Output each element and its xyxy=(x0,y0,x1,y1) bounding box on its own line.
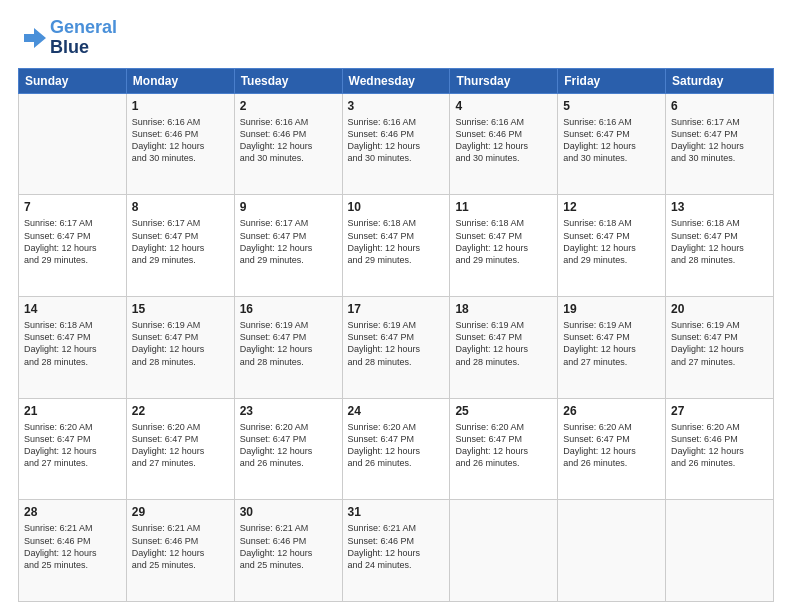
cell-info-line: and 26 minutes. xyxy=(455,457,552,469)
cell-info-line: Sunrise: 6:18 AM xyxy=(563,217,660,229)
weekday-header: Tuesday xyxy=(234,68,342,93)
cell-info-line: Daylight: 12 hours xyxy=(132,445,229,457)
calendar-cell: 27Sunrise: 6:20 AMSunset: 6:46 PMDayligh… xyxy=(666,398,774,500)
cell-info-line: Daylight: 12 hours xyxy=(240,343,337,355)
weekday-header: Monday xyxy=(126,68,234,93)
cell-info-line: Sunrise: 6:16 AM xyxy=(348,116,445,128)
cell-info-line: Sunrise: 6:20 AM xyxy=(132,421,229,433)
cell-info-line: Sunset: 6:47 PM xyxy=(24,331,121,343)
logo-icon xyxy=(18,24,46,52)
calendar-cell: 20Sunrise: 6:19 AMSunset: 6:47 PMDayligh… xyxy=(666,296,774,398)
cell-info-line: Sunrise: 6:21 AM xyxy=(240,522,337,534)
calendar-cell: 12Sunrise: 6:18 AMSunset: 6:47 PMDayligh… xyxy=(558,195,666,297)
cell-info-line: Sunset: 6:47 PM xyxy=(132,230,229,242)
day-number: 17 xyxy=(348,301,445,317)
cell-info-line: Sunset: 6:47 PM xyxy=(671,128,768,140)
cell-info-line: and 30 minutes. xyxy=(240,152,337,164)
calendar-cell: 16Sunrise: 6:19 AMSunset: 6:47 PMDayligh… xyxy=(234,296,342,398)
cell-info-line: Sunrise: 6:19 AM xyxy=(132,319,229,331)
calendar-cell: 24Sunrise: 6:20 AMSunset: 6:47 PMDayligh… xyxy=(342,398,450,500)
calendar-cell: 21Sunrise: 6:20 AMSunset: 6:47 PMDayligh… xyxy=(19,398,127,500)
day-number: 1 xyxy=(132,98,229,114)
cell-info-line: Sunrise: 6:21 AM xyxy=(348,522,445,534)
calendar-cell xyxy=(666,500,774,602)
cell-info-line: Sunset: 6:47 PM xyxy=(348,230,445,242)
calendar-cell: 11Sunrise: 6:18 AMSunset: 6:47 PMDayligh… xyxy=(450,195,558,297)
day-number: 29 xyxy=(132,504,229,520)
logo: General Blue xyxy=(18,18,117,58)
calendar-table: SundayMondayTuesdayWednesdayThursdayFrid… xyxy=(18,68,774,602)
calendar-cell: 26Sunrise: 6:20 AMSunset: 6:47 PMDayligh… xyxy=(558,398,666,500)
calendar-cell: 2Sunrise: 6:16 AMSunset: 6:46 PMDaylight… xyxy=(234,93,342,195)
cell-info-line: Sunrise: 6:20 AM xyxy=(240,421,337,433)
cell-info-line: Sunrise: 6:20 AM xyxy=(348,421,445,433)
day-number: 18 xyxy=(455,301,552,317)
cell-info-line: Sunrise: 6:17 AM xyxy=(240,217,337,229)
cell-info-line: Sunset: 6:47 PM xyxy=(24,433,121,445)
cell-info-line: Sunrise: 6:19 AM xyxy=(671,319,768,331)
cell-info-line: Daylight: 12 hours xyxy=(563,242,660,254)
header: General Blue xyxy=(18,18,774,58)
cell-info-line: Sunrise: 6:19 AM xyxy=(348,319,445,331)
cell-info-line: Sunset: 6:46 PM xyxy=(132,535,229,547)
cell-info-line: and 30 minutes. xyxy=(671,152,768,164)
cell-info-line: and 27 minutes. xyxy=(671,356,768,368)
cell-info-line: and 27 minutes. xyxy=(132,457,229,469)
cell-info-line: Sunrise: 6:19 AM xyxy=(563,319,660,331)
cell-info-line: Sunrise: 6:20 AM xyxy=(455,421,552,433)
cell-info-line: Sunset: 6:47 PM xyxy=(563,433,660,445)
cell-info-line: Sunset: 6:47 PM xyxy=(240,433,337,445)
cell-info-line: Sunset: 6:47 PM xyxy=(348,433,445,445)
calendar-cell xyxy=(558,500,666,602)
cell-info-line: Daylight: 12 hours xyxy=(348,445,445,457)
cell-info-line: and 27 minutes. xyxy=(24,457,121,469)
cell-info-line: Daylight: 12 hours xyxy=(455,343,552,355)
day-number: 3 xyxy=(348,98,445,114)
calendar-cell: 8Sunrise: 6:17 AMSunset: 6:47 PMDaylight… xyxy=(126,195,234,297)
day-number: 27 xyxy=(671,403,768,419)
cell-info-line: Sunset: 6:46 PM xyxy=(348,128,445,140)
cell-info-line: and 26 minutes. xyxy=(348,457,445,469)
cell-info-line: Sunrise: 6:21 AM xyxy=(132,522,229,534)
cell-info-line: Sunset: 6:47 PM xyxy=(563,331,660,343)
day-number: 16 xyxy=(240,301,337,317)
svg-marker-0 xyxy=(24,28,46,48)
cell-info-line: Daylight: 12 hours xyxy=(563,343,660,355)
calendar-cell: 29Sunrise: 6:21 AMSunset: 6:46 PMDayligh… xyxy=(126,500,234,602)
day-number: 31 xyxy=(348,504,445,520)
weekday-header: Thursday xyxy=(450,68,558,93)
calendar-cell xyxy=(19,93,127,195)
calendar-cell: 31Sunrise: 6:21 AMSunset: 6:46 PMDayligh… xyxy=(342,500,450,602)
cell-info-line: Sunset: 6:47 PM xyxy=(348,331,445,343)
cell-info-line: Sunrise: 6:18 AM xyxy=(24,319,121,331)
cell-info-line: Sunrise: 6:19 AM xyxy=(455,319,552,331)
cell-info-line: and 26 minutes. xyxy=(563,457,660,469)
cell-info-line: Sunrise: 6:17 AM xyxy=(132,217,229,229)
weekday-header: Friday xyxy=(558,68,666,93)
cell-info-line: and 25 minutes. xyxy=(240,559,337,571)
calendar-cell: 1Sunrise: 6:16 AMSunset: 6:46 PMDaylight… xyxy=(126,93,234,195)
calendar-cell: 4Sunrise: 6:16 AMSunset: 6:46 PMDaylight… xyxy=(450,93,558,195)
day-number: 11 xyxy=(455,199,552,215)
calendar-cell: 23Sunrise: 6:20 AMSunset: 6:47 PMDayligh… xyxy=(234,398,342,500)
calendar-cell: 15Sunrise: 6:19 AMSunset: 6:47 PMDayligh… xyxy=(126,296,234,398)
cell-info-line: Sunset: 6:46 PM xyxy=(24,535,121,547)
cell-info-line: Sunset: 6:47 PM xyxy=(240,230,337,242)
cell-info-line: Sunrise: 6:16 AM xyxy=(132,116,229,128)
cell-info-line: Sunset: 6:46 PM xyxy=(348,535,445,547)
cell-info-line: Daylight: 12 hours xyxy=(671,445,768,457)
day-number: 10 xyxy=(348,199,445,215)
cell-info-line: Sunrise: 6:16 AM xyxy=(455,116,552,128)
cell-info-line: and 28 minutes. xyxy=(132,356,229,368)
day-number: 25 xyxy=(455,403,552,419)
cell-info-line: and 28 minutes. xyxy=(240,356,337,368)
cell-info-line: Daylight: 12 hours xyxy=(563,445,660,457)
day-number: 13 xyxy=(671,199,768,215)
cell-info-line: Sunset: 6:47 PM xyxy=(671,331,768,343)
cell-info-line: and 29 minutes. xyxy=(455,254,552,266)
cell-info-line: and 28 minutes. xyxy=(348,356,445,368)
page: General Blue SundayMondayTuesdayWednesda… xyxy=(0,0,792,612)
cell-info-line: Daylight: 12 hours xyxy=(240,547,337,559)
cell-info-line: Sunset: 6:47 PM xyxy=(24,230,121,242)
day-number: 26 xyxy=(563,403,660,419)
